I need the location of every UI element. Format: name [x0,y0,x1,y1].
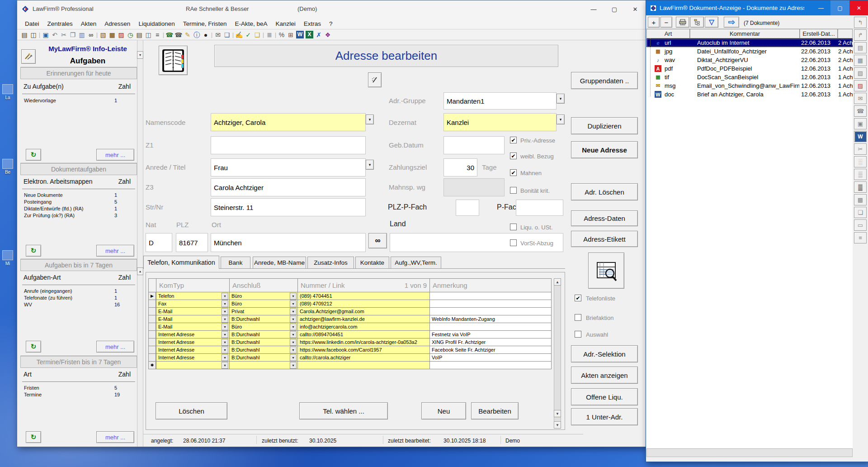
plz-p-fach-field[interactable] [456,200,479,216]
akten-anzeigen-button[interactable]: Akten anzeigen [571,367,638,384]
maximize-button[interactable]: ▢ [604,0,625,18]
mehr-button[interactable]: mehr ... [96,245,134,257]
bibliothek-icon[interactable]: ❖ [323,30,332,39]
refresh-button[interactable]: ↻ [26,341,41,353]
telefonliste-checkbox[interactable]: ✔ [575,295,581,301]
remove-document-button[interactable]: − [660,17,672,28]
sidebar-scroll-strip[interactable] [137,40,143,447]
extra-column-header[interactable] [838,29,853,38]
new-row-selector[interactable]: ✱ [148,362,156,369]
anschluss-header[interactable]: Anschluß [229,278,298,292]
dezernat-field[interactable]: Kanzlei [443,113,557,131]
doc-box-icon[interactable]: ❏ [854,207,867,218]
menu-zentrales[interactable]: Zentrales [43,19,77,29]
duplizieren-button[interactable]: Duplizieren [571,117,638,134]
close-button[interactable]: ✕ [625,0,646,18]
menu-akten[interactable]: Akten [77,19,101,29]
scroll-up-button[interactable]: ▴ [137,267,143,275]
document-row[interactable]: A pdfPdfDoc_PDFBeispiel12.06.20131 Achtz… [646,64,853,73]
nummer-header[interactable]: Nummer / Link1 von 9 [297,278,430,292]
adr-gruppe-field[interactable]: Mandanten1 [443,92,557,110]
row-selector[interactable] [148,323,156,331]
paste-icon[interactable]: ▥ [77,30,86,39]
termine-calendar-icon[interactable]: ▦ [108,30,117,39]
mail-doc-icon[interactable]: ✉ [854,93,867,104]
main-titlebar[interactable]: LawFirm® Professional RAe Schneller & Be… [17,0,646,19]
mahnen-checkbox[interactable]: ✔ [510,169,517,176]
mappe-icon[interactable]: ❏ [253,30,262,39]
document-row[interactable]: ♪ wavDiktat_AchtzigerVU22.06.20132 Achtz… [646,56,853,64]
doc-titlebar[interactable]: LawFirm® Dokument-Anzeige - Dokumente zu… [646,0,868,15]
cut-doc-icon[interactable]: ✂ [854,143,867,155]
row-selector[interactable]: ▶ [148,292,156,300]
scroll-down-button[interactable]: ▼ [554,421,561,429]
auswahl-checkbox[interactable] [575,331,581,338]
menu-eakte-bea[interactable]: E-Akte, beA [231,19,271,29]
dropdown-icon[interactable]: ▾ [290,293,297,300]
row-selector[interactable] [148,300,156,308]
doc-open-icon[interactable]: ▤ [854,42,867,53]
telefonliste-anzeigen-button[interactable] [588,253,624,289]
rechner-icon[interactable]: ⊞ [286,30,295,39]
tab-anrede-mb-name[interactable]: Anrede, MB-Name [253,257,306,268]
document-row[interactable]: ▦ tifDocScan_ScanBeispiel12.06.20131 Ach… [646,73,853,81]
document-row[interactable]: W docBrief an Achtziger, Carola12.06.201… [646,90,853,99]
grid-scrollbar[interactable] [554,278,561,429]
refresh-button[interactable]: ↻ [26,245,41,257]
doc-save-icon[interactable]: ▣ [854,118,867,129]
info-icon[interactable]: ⓘ [192,30,201,39]
add-document-button[interactable]: + [648,17,660,28]
email-icon[interactable]: ✉ [213,30,222,39]
gruppendaten-button[interactable]: Gruppendaten .. [571,72,638,89]
adressbuch-button[interactable] [159,46,188,75]
kommentar-column-header[interactable]: Kommentar [690,29,800,38]
excel-icon[interactable]: X [306,31,313,38]
reply-icon[interactable]: ↰ [854,17,867,28]
tab-aufg-wv-term[interactable]: Aufg.,WV,Term. [391,257,441,268]
nat-field[interactable]: D [146,233,172,252]
document-row[interactable]: ▦ jpgDatei_Unfallfoto_Achtziger22.06.201… [646,47,853,56]
namenscode-dropdown-button[interactable]: ▾ [366,114,374,124]
doc-grid-icon[interactable]: ▦ [854,55,867,66]
row-selector[interactable] [148,331,156,338]
plz-field[interactable]: 81677 [176,233,208,252]
komtyp-cell[interactable]: Telefon [156,292,230,300]
zahlungsziel-field[interactable]: 30 [443,158,477,176]
bonitaet-checkbox[interactable] [510,187,517,194]
adress-etikett-button[interactable]: Adress-Etikett [571,231,638,247]
marker-icon[interactable]: ✎ [183,30,192,39]
row-selector[interactable] [148,308,156,315]
mehr-button[interactable]: mehr ... [96,341,134,353]
dropdown-icon[interactable]: ▾ [222,293,228,300]
minimize-button[interactable]: — [583,0,604,18]
view-light-icon[interactable]: ░ [854,156,867,167]
art-column-header[interactable]: Art [646,29,690,38]
adress-daten-button[interactable]: Adress-Daten [571,210,638,226]
komtyp-header[interactable]: KomTyp [156,278,230,292]
stapel-icon[interactable]: ≣ [265,30,274,39]
adr-gruppe-dropdown-button[interactable]: ▾ [557,94,565,104]
email-center-icon[interactable]: ◫ [29,30,38,39]
view-dark-icon[interactable]: ▓ [854,181,867,193]
menu-kanzlei[interactable]: Kanzlei [272,19,300,29]
neu-button[interactable]: Neu [421,402,466,419]
menu-termine-fristen[interactable]: Termine, Fristen [179,19,231,29]
nummer-cell[interactable]: (089) 4704451 [297,292,430,300]
print-button[interactable] [676,17,689,28]
cut-icon[interactable]: ✂ [59,30,68,39]
tree-view-button[interactable] [690,17,704,28]
new-document-icon[interactable]: ▤ [20,30,29,39]
tab-zusatz-infos[interactable]: Zusatz-Infos [307,257,354,268]
namenscode-field[interactable]: Achtziger, Carola [211,113,366,131]
plz-suche-button[interactable]: ∞ [368,233,387,248]
liqu-ust-checkbox[interactable] [510,224,517,230]
z1-field[interactable] [211,136,366,154]
e-akte-icon[interactable]: ◫ [144,30,153,39]
doc-page-icon[interactable]: ▭ [854,219,867,231]
menu-liquidationen[interactable]: Liquidationen [134,19,179,29]
scan-icon[interactable]: ❏ [222,30,231,39]
briefaktion-checkbox[interactable] [575,314,581,321]
akte-icon[interactable]: ▧ [99,30,108,39]
datum-column-header[interactable]: Erstell-Dat... [800,29,838,38]
refresh-button[interactable]: ↻ [26,431,41,443]
